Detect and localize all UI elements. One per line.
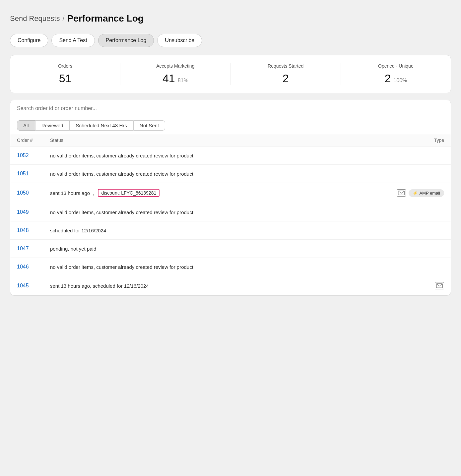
table-row: 1046 no valid order items, customer alre… [10,258,451,276]
table-row: 1047 pending, not yet paid [10,240,451,258]
orders-table-card: All Reviewed Scheduled Next 48 Hrs Not S… [10,100,451,296]
tab-unsubscribe[interactable]: Unsubscribe [157,34,202,47]
stat-orders-value: 51 [17,72,113,85]
status-cell-1051: no valid order items, customer already c… [50,171,391,177]
type-cell-1045 [391,282,444,289]
discount-badge-1050: discount: LFYC_86139281 [98,189,160,197]
table-row: 1049 no valid order items, customer alre… [10,203,451,221]
order-link-1051[interactable]: 1051 [17,171,50,177]
stat-accepts-marketing: Accepts Marketing 41 81% [120,63,230,85]
stats-card: Orders 51 Accepts Marketing 41 81% Reque… [10,55,451,93]
tab-configure[interactable]: Configure [10,34,48,47]
col-status: Status [50,138,391,143]
search-input[interactable] [17,105,444,111]
order-link-1048[interactable]: 1048 [17,227,50,233]
filter-tab-bar: All Reviewed Scheduled Next 48 Hrs Not S… [10,117,451,134]
filter-reviewed[interactable]: Reviewed [35,120,70,131]
tab-performance-log[interactable]: Performance Log [98,34,154,47]
table-row: 1045 sent 13 hours ago, scheduled for 12… [10,276,451,295]
table-row: 1052 no valid order items, customer alre… [10,147,451,165]
lightning-icon: ⚡ [413,191,418,196]
status-cell-1050: sent 13 hours ago, discount: LFYC_861392… [50,189,391,197]
stat-requests-started-label: Requests Started [237,63,334,69]
type-cell-1050: ⚡ AMP email [391,189,444,197]
email-icon [397,189,406,197]
stat-opened-unique-value: 2 100% [348,72,444,85]
breadcrumb-parent[interactable]: Send Requests [10,14,60,23]
stat-requests-started-value: 2 [237,72,334,85]
table-row: 1048 scheduled for 12/16/2024 [10,221,451,240]
status-cell-1052: no valid order items, customer already c… [50,153,391,158]
stat-opened-unique-label: Opened - Unique [348,63,444,69]
order-link-1049[interactable]: 1049 [17,209,50,215]
stat-opened-unique: Opened - Unique 2 100% [341,63,451,85]
filter-not-sent[interactable]: Not Sent [133,120,165,131]
status-cell-1048: scheduled for 12/16/2024 [50,228,391,233]
order-link-1046[interactable]: 1046 [17,264,50,270]
filter-scheduled-next-48[interactable]: Scheduled Next 48 Hrs [70,120,133,131]
email-icon [435,282,444,289]
order-link-1052[interactable]: 1052 [17,152,50,158]
order-link-1045[interactable]: 1045 [17,283,50,289]
status-cell-1047: pending, not yet paid [50,246,391,252]
stat-accepts-marketing-value: 41 81% [127,72,224,85]
col-type: Type [391,138,444,143]
filter-all[interactable]: All [17,120,35,131]
status-cell-1046: no valid order items, customer already c… [50,264,391,270]
table-header: Order # Status Type [10,134,451,147]
breadcrumb-current: Performance Log [67,13,144,24]
search-box [10,100,451,117]
stat-accepts-marketing-label: Accepts Marketing [127,63,224,69]
table-row: 1051 no valid order items, customer alre… [10,165,451,183]
stat-orders-label: Orders [17,63,113,69]
table-row: 1050 sent 13 hours ago, discount: LFYC_8… [10,183,451,203]
breadcrumb: Send Requests / Performance Log [10,13,451,24]
col-order-num: Order # [17,138,50,143]
status-cell-1049: no valid order items, customer already c… [50,209,391,215]
tab-send-a-test[interactable]: Send A Test [51,34,95,47]
order-link-1050[interactable]: 1050 [17,190,50,196]
stat-orders: Orders 51 [10,63,120,85]
order-link-1047[interactable]: 1047 [17,246,50,252]
amp-badge-1050: ⚡ AMP email [409,189,444,197]
breadcrumb-separator: / [62,14,64,23]
stat-requests-started: Requests Started 2 [231,63,341,85]
status-cell-1045: sent 13 hours ago, scheduled for 12/16/2… [50,283,391,289]
tab-bar: Configure Send A Test Performance Log Un… [10,34,451,47]
